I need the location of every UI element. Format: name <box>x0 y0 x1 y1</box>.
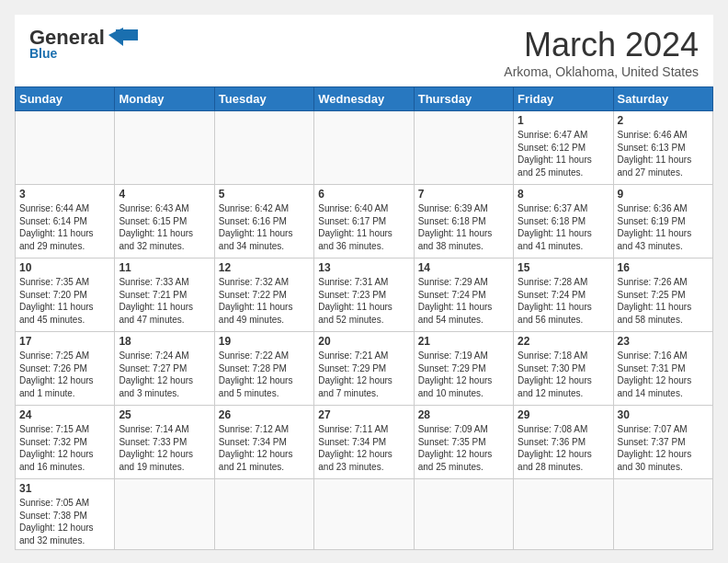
day-number: 5 <box>219 188 310 201</box>
calendar-cell: 14Sunrise: 7:29 AM Sunset: 7:24 PM Dayli… <box>414 259 513 332</box>
calendar-cell: 24Sunrise: 7:15 AM Sunset: 7:32 PM Dayli… <box>16 406 115 479</box>
calendar-cell: 25Sunrise: 7:14 AM Sunset: 7:33 PM Dayli… <box>115 406 214 479</box>
calendar-cell: 3Sunrise: 6:44 AM Sunset: 6:14 PM Daylig… <box>16 185 115 259</box>
day-info: Sunrise: 7:21 AM Sunset: 7:29 PM Dayligh… <box>318 350 409 399</box>
calendar-cell: 13Sunrise: 7:31 AM Sunset: 7:23 PM Dayli… <box>314 259 414 332</box>
day-info: Sunrise: 6:47 AM Sunset: 6:12 PM Dayligh… <box>518 129 609 178</box>
day-number: 27 <box>318 408 409 421</box>
week-row-5: 24Sunrise: 7:15 AM Sunset: 7:32 PM Dayli… <box>16 406 713 479</box>
day-info: Sunrise: 7:35 AM Sunset: 7:20 PM Dayligh… <box>19 276 110 326</box>
day-number: 28 <box>418 408 509 421</box>
day-number: 10 <box>19 261 110 274</box>
day-number: 23 <box>618 335 709 348</box>
day-number: 12 <box>219 261 310 274</box>
weekday-tuesday: Tuesday <box>214 87 313 111</box>
day-info: Sunrise: 7:19 AM Sunset: 7:29 PM Dayligh… <box>418 350 509 399</box>
day-number: 2 <box>618 114 709 127</box>
calendar-cell <box>613 479 712 550</box>
day-number: 14 <box>418 261 509 274</box>
logo: General Blue <box>29 26 138 61</box>
day-number: 16 <box>618 261 709 274</box>
title-block: March 2024 Arkoma, Oklahoma, United Stat… <box>504 26 699 79</box>
calendar-cell: 21Sunrise: 7:19 AM Sunset: 7:29 PM Dayli… <box>414 332 513 406</box>
calendar-table: SundayMondayTuesdayWednesdayThursdayFrid… <box>15 86 713 550</box>
day-number: 22 <box>518 335 609 348</box>
calendar-cell: 28Sunrise: 7:09 AM Sunset: 7:35 PM Dayli… <box>414 406 513 479</box>
day-info: Sunrise: 7:15 AM Sunset: 7:32 PM Dayligh… <box>19 423 110 473</box>
calendar-cell: 17Sunrise: 7:25 AM Sunset: 7:26 PM Dayli… <box>16 332 115 406</box>
day-number: 30 <box>618 408 709 421</box>
day-number: 8 <box>518 188 609 201</box>
calendar-cell <box>115 111 214 185</box>
calendar-cell <box>514 479 613 550</box>
calendar-cell: 30Sunrise: 7:07 AM Sunset: 7:37 PM Dayli… <box>613 406 712 479</box>
day-number: 31 <box>19 482 110 495</box>
day-info: Sunrise: 7:33 AM Sunset: 7:21 PM Dayligh… <box>119 276 210 326</box>
calendar-cell <box>214 479 313 550</box>
weekday-sunday: Sunday <box>16 87 115 111</box>
weekday-wednesday: Wednesday <box>314 87 414 111</box>
location: Arkoma, Oklahoma, United States <box>504 64 699 79</box>
day-number: 20 <box>318 335 409 348</box>
calendar-cell: 12Sunrise: 7:32 AM Sunset: 7:22 PM Dayli… <box>214 259 313 332</box>
day-number: 13 <box>318 261 409 274</box>
calendar-cell: 27Sunrise: 7:11 AM Sunset: 7:34 PM Dayli… <box>314 406 414 479</box>
calendar-cell: 1Sunrise: 6:47 AM Sunset: 6:12 PM Daylig… <box>514 111 613 185</box>
calendar-cell: 5Sunrise: 6:42 AM Sunset: 6:16 PM Daylig… <box>214 185 313 259</box>
weekday-friday: Friday <box>514 87 613 111</box>
day-number: 7 <box>418 188 509 201</box>
day-number: 4 <box>119 188 210 201</box>
day-info: Sunrise: 7:28 AM Sunset: 7:24 PM Dayligh… <box>518 276 609 326</box>
day-number: 9 <box>618 188 709 201</box>
day-info: Sunrise: 6:43 AM Sunset: 6:15 PM Dayligh… <box>119 202 210 252</box>
day-number: 21 <box>418 335 509 348</box>
header: General Blue March 2024 Arkoma, Oklahoma… <box>15 15 713 86</box>
calendar-cell <box>16 111 115 185</box>
calendar-cell <box>414 111 513 185</box>
calendar-cell: 4Sunrise: 6:43 AM Sunset: 6:15 PM Daylig… <box>115 185 214 259</box>
calendar-cell: 2Sunrise: 6:46 AM Sunset: 6:13 PM Daylig… <box>613 111 712 185</box>
weekday-header-row: SundayMondayTuesdayWednesdayThursdayFrid… <box>16 87 713 111</box>
calendar-cell: 18Sunrise: 7:24 AM Sunset: 7:27 PM Dayli… <box>115 332 214 406</box>
day-info: Sunrise: 7:05 AM Sunset: 7:38 PM Dayligh… <box>19 497 110 546</box>
weekday-thursday: Thursday <box>414 87 513 111</box>
calendar-cell: 15Sunrise: 7:28 AM Sunset: 7:24 PM Dayli… <box>514 259 613 332</box>
day-number: 1 <box>518 114 609 127</box>
weekday-saturday: Saturday <box>613 87 712 111</box>
calendar-cell: 8Sunrise: 6:37 AM Sunset: 6:18 PM Daylig… <box>514 185 613 259</box>
day-number: 24 <box>19 408 110 421</box>
day-info: Sunrise: 7:31 AM Sunset: 7:23 PM Dayligh… <box>318 276 409 326</box>
day-number: 6 <box>318 188 409 201</box>
week-row-3: 10Sunrise: 7:35 AM Sunset: 7:20 PM Dayli… <box>16 259 713 332</box>
day-info: Sunrise: 7:08 AM Sunset: 7:36 PM Dayligh… <box>518 423 609 473</box>
day-number: 11 <box>119 261 210 274</box>
month-year: March 2024 <box>504 26 699 64</box>
week-row-2: 3Sunrise: 6:44 AM Sunset: 6:14 PM Daylig… <box>16 185 713 259</box>
calendar-cell <box>115 479 214 550</box>
logo-icon <box>108 28 138 48</box>
calendar-cell: 10Sunrise: 7:35 AM Sunset: 7:20 PM Dayli… <box>16 259 115 332</box>
calendar-cell <box>314 479 414 550</box>
calendar-cell: 6Sunrise: 6:40 AM Sunset: 6:17 PM Daylig… <box>314 185 414 259</box>
day-info: Sunrise: 6:42 AM Sunset: 6:16 PM Dayligh… <box>219 202 310 252</box>
day-info: Sunrise: 6:44 AM Sunset: 6:14 PM Dayligh… <box>19 202 110 252</box>
day-info: Sunrise: 7:22 AM Sunset: 7:28 PM Dayligh… <box>219 350 310 399</box>
calendar-cell: 9Sunrise: 6:36 AM Sunset: 6:19 PM Daylig… <box>613 185 712 259</box>
day-info: Sunrise: 7:18 AM Sunset: 7:30 PM Dayligh… <box>518 350 609 399</box>
calendar-cell: 29Sunrise: 7:08 AM Sunset: 7:36 PM Dayli… <box>514 406 613 479</box>
day-info: Sunrise: 7:16 AM Sunset: 7:31 PM Dayligh… <box>618 350 709 399</box>
calendar-cell: 11Sunrise: 7:33 AM Sunset: 7:21 PM Dayli… <box>115 259 214 332</box>
day-info: Sunrise: 7:24 AM Sunset: 7:27 PM Dayligh… <box>119 350 210 399</box>
day-info: Sunrise: 6:36 AM Sunset: 6:19 PM Dayligh… <box>618 202 709 252</box>
calendar-cell: 22Sunrise: 7:18 AM Sunset: 7:30 PM Dayli… <box>514 332 613 406</box>
day-info: Sunrise: 7:12 AM Sunset: 7:34 PM Dayligh… <box>219 423 310 473</box>
day-info: Sunrise: 7:32 AM Sunset: 7:22 PM Dayligh… <box>219 276 310 326</box>
day-info: Sunrise: 7:25 AM Sunset: 7:26 PM Dayligh… <box>19 350 110 399</box>
day-info: Sunrise: 7:26 AM Sunset: 7:25 PM Dayligh… <box>618 276 709 326</box>
day-number: 15 <box>518 261 609 274</box>
calendar-cell <box>414 479 513 550</box>
calendar-cell <box>314 111 414 185</box>
day-number: 25 <box>119 408 210 421</box>
day-number: 19 <box>219 335 310 348</box>
calendar-cell: 31Sunrise: 7:05 AM Sunset: 7:38 PM Dayli… <box>16 479 115 550</box>
